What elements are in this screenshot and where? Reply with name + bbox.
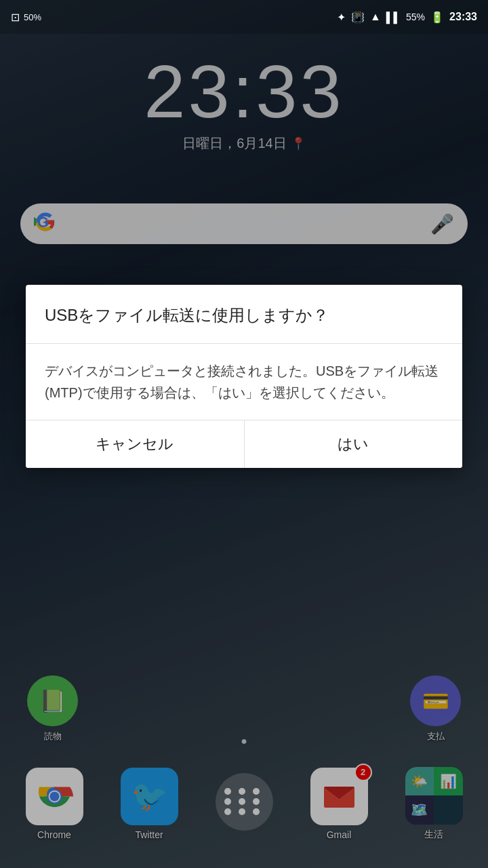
bluetooth-icon: ✦ [337, 11, 346, 24]
status-right: ✦ 📳 ▲ ▌▌ 55% 🔋 23:33 [337, 11, 477, 24]
dialog-confirm-button[interactable]: はい [245, 420, 463, 468]
usb-dialog: USBをファイル転送に使用しますか？ デバイスがコンピュータと接続されました。U… [26, 285, 462, 468]
wifi-icon: ▲ [370, 11, 381, 23]
brightness-label: 50% [24, 12, 41, 22]
dialog-cancel-button[interactable]: キャンセル [26, 420, 245, 468]
dialog-title: USBをファイル転送に使用しますか？ [26, 285, 462, 344]
vibrate-icon: 📳 [351, 11, 365, 24]
battery-percent: 55% [406, 12, 425, 22]
dialog-body: デバイスがコンピュータと接続されました。USBをファイル転送(MTP)で使用する… [26, 344, 462, 420]
battery-icon: 🔋 [430, 11, 444, 24]
signal-icon: ▌▌ [386, 12, 401, 23]
screencast-icon: ⊡ [11, 11, 20, 24]
status-time: 23:33 [449, 11, 477, 23]
status-bar: ⊡ 50% ✦ 📳 ▲ ▌▌ 55% 🔋 23:33 [0, 0, 488, 34]
status-left: ⊡ 50% [11, 11, 41, 24]
dialog-buttons: キャンセル はい [26, 420, 462, 468]
